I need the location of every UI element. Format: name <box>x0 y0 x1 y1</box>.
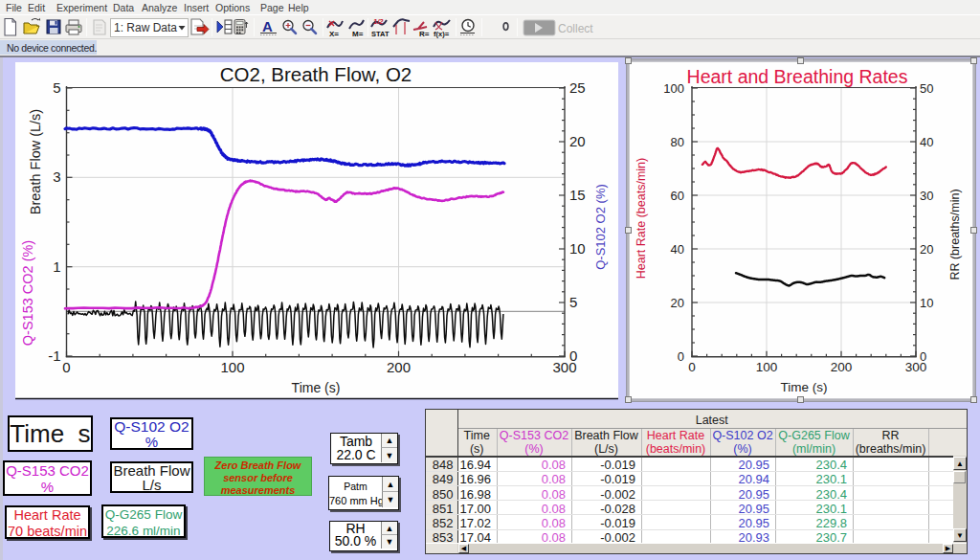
svg-text:RR (breaths/min): RR (breaths/min) <box>948 189 962 280</box>
svg-text:40: 40 <box>920 135 933 149</box>
svg-text:200: 200 <box>387 359 411 375</box>
svg-text:100: 100 <box>220 359 244 375</box>
svg-text:Time (s): Time (s) <box>292 380 341 395</box>
svg-text:Q-S102 O2 (%): Q-S102 O2 (%) <box>593 184 608 270</box>
svg-text:15: 15 <box>569 187 586 203</box>
svg-text:5: 5 <box>53 79 60 96</box>
svg-text:200: 200 <box>831 360 853 374</box>
svg-text:0: 0 <box>678 349 684 364</box>
svg-text:0: 0 <box>62 359 70 375</box>
svg-text:300: 300 <box>905 360 927 374</box>
svg-text:10: 10 <box>920 296 933 310</box>
svg-text:3: 3 <box>53 168 60 185</box>
svg-text:0: 0 <box>688 360 696 374</box>
svg-text:20: 20 <box>671 296 684 310</box>
svg-text:80: 80 <box>671 135 684 149</box>
svg-text:Heart Rate (beats/min): Heart Rate (beats/min) <box>635 158 648 279</box>
svg-text:40: 40 <box>671 242 684 257</box>
svg-text:50: 50 <box>920 81 933 96</box>
svg-text:20: 20 <box>920 242 933 257</box>
svg-text:Q-S153 CO2 (%): Q-S153 CO2 (%) <box>20 240 35 346</box>
svg-text:20: 20 <box>569 133 586 149</box>
svg-text:Breath Flow (L/s): Breath Flow (L/s) <box>28 109 43 214</box>
svg-text:CO2, Breath Flow, O2: CO2, Breath Flow, O2 <box>220 63 412 85</box>
svg-text:100: 100 <box>663 81 684 96</box>
svg-text:300: 300 <box>552 359 576 375</box>
svg-text:Time (s): Time (s) <box>781 380 828 394</box>
svg-text:1: 1 <box>53 258 60 275</box>
svg-text:Heart and Breathing Rates: Heart and Breathing Rates <box>687 66 908 87</box>
svg-text:5: 5 <box>569 294 577 310</box>
svg-text:30: 30 <box>920 189 933 203</box>
svg-text:10: 10 <box>569 240 586 257</box>
svg-text:60: 60 <box>671 189 684 203</box>
svg-text:-1: -1 <box>48 347 60 364</box>
svg-text:100: 100 <box>756 360 778 374</box>
svg-text:25: 25 <box>569 79 586 96</box>
